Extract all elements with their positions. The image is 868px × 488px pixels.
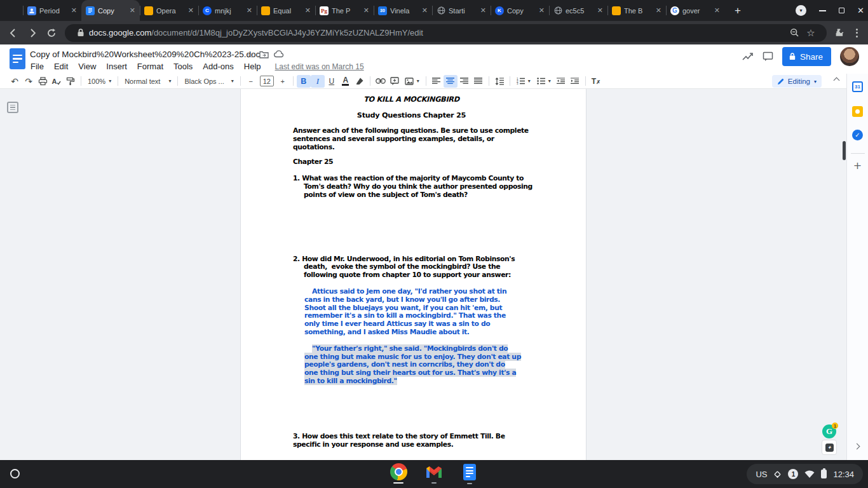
share-button[interactable]: Share (782, 47, 831, 66)
restore-button[interactable] (839, 8, 844, 13)
tab-close-icon[interactable]: ✕ (247, 6, 252, 15)
doc-question-3[interactable]: 3. How does this text relate to the stor… (293, 433, 530, 449)
account-avatar[interactable] (840, 47, 859, 66)
doc-title[interactable]: TO KILL A MOCKINGBIRD (293, 95, 530, 104)
tasks-icon[interactable]: ✓ (852, 130, 863, 140)
shelf-docs-icon[interactable] (461, 463, 478, 484)
spellcheck-icon[interactable]: A (50, 75, 64, 88)
paint-format-icon[interactable] (64, 75, 78, 88)
tab-close-icon[interactable]: ✕ (714, 6, 720, 15)
browser-tab-9[interactable]: ec5c5✕ (549, 0, 607, 21)
browser-tab-11[interactable]: Ggover✕ (666, 0, 724, 21)
add-comment-icon[interactable] (388, 75, 402, 88)
browser-tab-3[interactable]: Cmnjkj✕ (198, 0, 257, 21)
bold-button[interactable]: B (297, 75, 311, 88)
tablet-mode-icon[interactable]: ▾ (796, 5, 806, 16)
align-center-icon[interactable] (444, 75, 458, 88)
doc-quote-1[interactable]: Atticus said to Jem one day, "I'd rather… (293, 288, 530, 337)
zoom-icon[interactable] (786, 25, 803, 41)
menu-addons[interactable]: Add-ons (203, 62, 233, 71)
extensions-puzzle-icon[interactable] (831, 24, 850, 43)
last-edit-link[interactable]: Last edit was on March 15 (275, 62, 364, 71)
document-stats-icon[interactable] (742, 52, 754, 61)
shelf-chrome-icon[interactable] (390, 463, 407, 484)
grammarly-assistant-button[interactable]: ✦ (822, 440, 837, 455)
doc-chapter-heading[interactable]: Chapter 25 (293, 158, 530, 166)
move-folder-icon[interactable] (259, 50, 269, 60)
menu-file[interactable]: File (31, 62, 44, 71)
document-page[interactable]: TO KILL A MOCKINGBIRD Study Questions Ch… (240, 89, 587, 460)
highlight-color-icon[interactable] (353, 75, 367, 88)
get-addons-icon[interactable]: + (847, 159, 868, 172)
insert-link-icon[interactable] (374, 75, 388, 88)
print-icon[interactable] (36, 75, 50, 88)
italic-button[interactable]: I (311, 75, 325, 88)
cloud-status-icon[interactable] (274, 50, 284, 60)
doc-question-2[interactable]: 2. How did Mr. Underwood, in his editori… (293, 255, 530, 280)
browser-tab-7[interactable]: Starti✕ (432, 0, 491, 21)
line-spacing-icon[interactable] (492, 75, 506, 88)
tab-close-icon[interactable]: ✕ (480, 6, 486, 15)
editing-mode-select[interactable]: Editing ▾ (772, 75, 822, 88)
status-tray[interactable]: US 1 12:34 (747, 464, 863, 484)
doc-quote-2[interactable]: "Your father's right," she said. "Mockin… (293, 345, 530, 386)
refresh-icon[interactable] (42, 24, 61, 43)
selected-text[interactable]: "Your father's right," she said. "Mockin… (304, 344, 521, 385)
back-icon[interactable] (4, 24, 23, 43)
document-outline-icon[interactable] (7, 102, 18, 113)
tab-close-icon[interactable]: ✕ (188, 6, 194, 15)
doc-question-1[interactable]: 1. What was the reaction of the majority… (293, 175, 530, 199)
new-tab-button[interactable]: + (729, 3, 746, 19)
tab-close-icon[interactable]: ✕ (71, 6, 77, 15)
menu-insert[interactable]: Insert (106, 62, 127, 71)
browser-tab-10[interactable]: The B✕ (607, 0, 666, 21)
zoom-select[interactable]: 100%▾ (85, 75, 114, 88)
browser-tab-4[interactable]: Equal✕ (257, 0, 315, 21)
clear-formatting-icon[interactable]: T✗ (589, 75, 603, 88)
decrease-font-size-button[interactable]: − (244, 75, 258, 88)
increase-indent-icon[interactable] (568, 75, 582, 88)
keep-icon[interactable] (852, 106, 863, 117)
menu-view[interactable]: View (78, 62, 96, 71)
justify-icon[interactable] (471, 75, 485, 88)
browser-tab-8[interactable]: KCopy✕ (491, 0, 549, 21)
tab-close-icon[interactable]: ✕ (363, 6, 369, 15)
browser-tab-0[interactable]: Period✕ (23, 0, 81, 21)
increase-font-size-button[interactable]: + (276, 75, 290, 88)
align-right-icon[interactable] (458, 75, 471, 88)
redo-icon[interactable]: ↷ (22, 75, 36, 88)
doc-subtitle[interactable]: Study Questions Chapter 25 (293, 111, 530, 119)
doc-intro-paragraph[interactable]: Answer each of the following questions. … (293, 127, 530, 151)
browser-tab-5[interactable]: PgThe P✕ (315, 0, 374, 21)
browser-menu-icon[interactable] (850, 29, 864, 37)
menu-edit[interactable]: Edit (54, 62, 68, 71)
tab-close-icon[interactable]: ✕ (422, 6, 428, 15)
font-size-input[interactable]: 12 (260, 76, 274, 86)
grammarly-icon[interactable]: G 1 (822, 424, 836, 438)
text-color-button[interactable]: A (339, 75, 353, 88)
collapse-panel-chevron-icon[interactable] (855, 440, 859, 451)
bulleted-list-icon[interactable]: ▾ (534, 75, 554, 88)
tab-close-icon[interactable]: ✕ (597, 6, 603, 15)
calendar-icon[interactable]: 31 (852, 81, 863, 92)
styles-select[interactable]: Normal text▾ (121, 75, 174, 88)
tab-close-icon[interactable]: ✕ (305, 6, 311, 15)
star-document-icon[interactable]: ☆ (247, 50, 254, 60)
launcher-icon[interactable] (10, 469, 20, 478)
url-omnibox[interactable]: docs.google.com/document/d/1M8qj_joDyZXy… (65, 24, 827, 42)
browser-tab-2[interactable]: Opera✕ (140, 0, 198, 21)
hide-menus-icon[interactable] (834, 76, 839, 84)
browser-tab-1[interactable]: Copy✕ (81, 0, 140, 21)
menu-tools[interactable]: Tools (173, 62, 193, 71)
shelf-gmail-icon[interactable] (425, 463, 443, 484)
vertical-scrollbar[interactable] (843, 141, 846, 160)
undo-icon[interactable]: ↶ (8, 75, 22, 88)
document-title[interactable]: Copy of Mockbird%20Worksheet%209%20Ch%20… (30, 50, 260, 59)
comment-history-icon[interactable] (763, 51, 773, 62)
browser-tab-6[interactable]: 30Vinela✕ (374, 0, 432, 21)
menu-help[interactable]: Help (244, 62, 261, 71)
minimize-button[interactable] (819, 10, 826, 11)
numbered-list-icon[interactable]: 123 ▾ (513, 75, 534, 88)
close-window-button[interactable]: ✕ (857, 6, 864, 15)
tab-close-icon[interactable]: ✕ (130, 6, 135, 15)
